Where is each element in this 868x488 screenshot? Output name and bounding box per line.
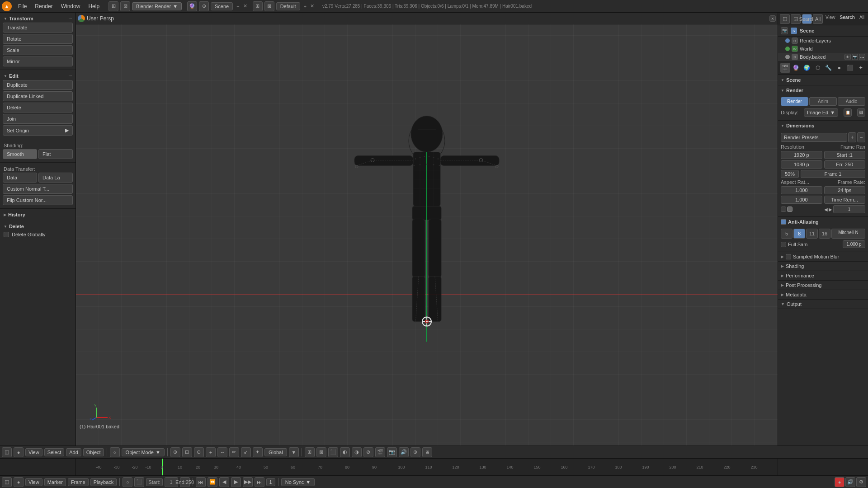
render-tab-anim[interactable]: Anim [809, 97, 837, 106]
res-y-input[interactable]: 1080 p [781, 160, 822, 169]
audio-icon[interactable]: 🔊 [845, 477, 855, 487]
scene-icon-btn[interactable]: 🔮 [187, 1, 197, 11]
edit-header[interactable]: ▼ Edit ··· [3, 72, 73, 80]
presets-remove-btn[interactable]: − [857, 132, 865, 142]
render-layers-row[interactable]: R RenderLayers [778, 37, 868, 45]
fps-input[interactable]: 24 fps [824, 186, 866, 194]
dimensions-header[interactable]: ▼ Dimensions [778, 121, 868, 131]
render-tab-render[interactable]: Render [781, 97, 808, 106]
scene-icon-btn2[interactable]: ⊕ [199, 1, 209, 11]
overlay-icon5[interactable]: ◑ [352, 447, 362, 457]
play-start-icon[interactable]: ⏮ [196, 477, 206, 487]
menu-render[interactable]: Render [31, 2, 56, 10]
bottom-view-icon2[interactable]: ● [14, 447, 24, 457]
workspace-icon2[interactable]: ⊠ [120, 1, 130, 11]
frame-end-input[interactable]: En: 250 [824, 160, 866, 169]
particle-prop-icon[interactable]: ✦ [856, 63, 866, 73]
object-menu-btn[interactable]: Object [83, 448, 104, 456]
res-percent-input[interactable]: 50% [781, 170, 799, 178]
keyframe-icon[interactable]: ● [835, 477, 844, 487]
performance-collapsible-row[interactable]: ▶ Performance [778, 271, 868, 281]
frame-square-icon[interactable]: ⬛ [134, 477, 144, 487]
time-step-val[interactable]: 1 [833, 205, 866, 213]
mirror-button[interactable]: Mirror [3, 56, 73, 66]
blender-logo[interactable]: ▲ [2, 1, 12, 11]
bottom-view-icon[interactable]: ◫ [2, 447, 12, 457]
body-row[interactable]: B Body.baked 👁 📷 ••• [778, 53, 868, 61]
display-icon1[interactable]: 📋 [844, 108, 852, 117]
display-dropdown[interactable]: Image Ed ▼ [804, 108, 838, 117]
edit-icon1[interactable]: ✏ [229, 447, 239, 457]
current-frame[interactable]: 1 [266, 478, 275, 486]
set-origin-button[interactable]: Set Origin ▶ [3, 125, 73, 136]
overlay-icon7[interactable]: 🎬 [375, 447, 385, 457]
mode-icon[interactable]: ○ [110, 447, 120, 457]
material-prop-icon[interactable]: ● [834, 63, 844, 73]
timeline[interactable]: -40 -30 -20 -10 0 10 20 30 40 50 60 70 8… [76, 458, 778, 475]
status-playback-btn[interactable]: Playback [90, 478, 117, 486]
global-dropdown[interactable]: Global [264, 448, 287, 456]
data-button[interactable]: Data [3, 173, 37, 183]
no-sync-dropdown[interactable]: No Sync ▼ [281, 478, 315, 486]
frame-start-input[interactable]: Start :1 [824, 151, 866, 159]
snap-icon2[interactable]: ⊞ [182, 447, 192, 457]
scale-button[interactable]: Scale [3, 45, 73, 55]
overlay-icon9[interactable]: 🔊 [399, 447, 409, 457]
aa-5-btn[interactable]: 5 [781, 229, 793, 239]
render-prop-icon[interactable]: 🎬 [780, 63, 790, 73]
view-tab[interactable]: View [824, 14, 837, 24]
sampled-motion-row[interactable]: ▶ Sampled Motion Blur [778, 252, 868, 262]
metadata-collapsible-row[interactable]: ▶ Metadata [778, 290, 868, 300]
custom-normal-button[interactable]: Custom Normal T... [3, 184, 73, 194]
viewport[interactable]: User Persp × [76, 13, 778, 446]
transform-header[interactable]: ▼ Transform ··· [3, 14, 73, 23]
edit-icon3[interactable]: ✦ [253, 447, 263, 457]
overlay-icon1[interactable]: ⊞ [305, 447, 315, 457]
time-rem-input[interactable]: Time Rem... [824, 196, 866, 204]
edit-icon2[interactable]: ↙ [241, 447, 251, 457]
add-menu-btn[interactable]: Add [66, 448, 81, 456]
aa-8-btn[interactable]: 8 [793, 229, 805, 239]
output-collapsible-row[interactable]: ▼ Output [778, 300, 868, 309]
play-fwd-icon[interactable]: ▶▶ [243, 477, 253, 487]
render-section-header[interactable]: ▼ Scene [778, 75, 868, 85]
edit-dots-menu[interactable]: ··· [68, 74, 72, 78]
eye-icon[interactable]: 👁 [844, 54, 851, 60]
overlay-icon6[interactable]: ⊘ [363, 447, 373, 457]
scene-name[interactable]: Scene [211, 2, 233, 10]
timeline-playhead[interactable] [162, 459, 163, 475]
select-menu-btn[interactable]: Select [44, 448, 65, 456]
play-prev-icon[interactable]: ⏪ [208, 477, 217, 487]
full-sam-value[interactable]: 1.000 p [843, 240, 865, 248]
menu-help[interactable]: Help [85, 2, 103, 10]
aspect-y-input[interactable]: 1.000 [781, 196, 822, 204]
status-icon1[interactable]: ◫ [2, 477, 12, 487]
world-row[interactable]: W World [778, 45, 868, 53]
time-remap-toggle[interactable] [781, 206, 786, 212]
pivot-icon[interactable]: ⊙ [194, 447, 204, 457]
texture-prop-icon[interactable]: ⬛ [845, 63, 855, 73]
sync-icon[interactable]: ⚙ [856, 477, 866, 487]
flip-custom-button[interactable]: Flip Custom Nor... [3, 195, 73, 205]
mode-dropdown[interactable]: Object Mode ▼ [122, 448, 165, 456]
translate-button[interactable]: Translate [3, 23, 73, 33]
play-icon[interactable]: ▶ [231, 477, 241, 487]
delete-header[interactable]: ▼ Delete [3, 222, 73, 230]
sampled-motion-checkbox[interactable] [786, 254, 791, 259]
dots-menu[interactable]: ··· [68, 16, 72, 21]
render-presets-btn[interactable]: Render Presets [781, 133, 847, 142]
overlay-icon2[interactable]: ⊠ [316, 447, 326, 457]
snap-icon1[interactable]: ⊕ [170, 447, 180, 457]
layout-icon[interactable]: ⊞ [253, 1, 263, 11]
object-prop-icon[interactable]: ⬡ [813, 63, 823, 73]
all-tab-btn[interactable]: All [813, 14, 823, 24]
aa-filter-dropdown[interactable]: Mitchell-N [831, 229, 865, 239]
workspace-icon[interactable]: ⊞ [108, 1, 118, 11]
overlay-icon11[interactable]: 🖥 [422, 447, 432, 457]
menu-window[interactable]: Window [57, 2, 84, 10]
overlay-icon10[interactable]: ⊕ [410, 447, 420, 457]
view-icon-btn[interactable]: ◫ [780, 14, 790, 24]
frame-step-input[interactable]: Fram: 1 [801, 170, 865, 178]
end-btn[interactable]: End: 250 [180, 477, 190, 487]
dots-icon[interactable]: ••• [859, 54, 865, 60]
